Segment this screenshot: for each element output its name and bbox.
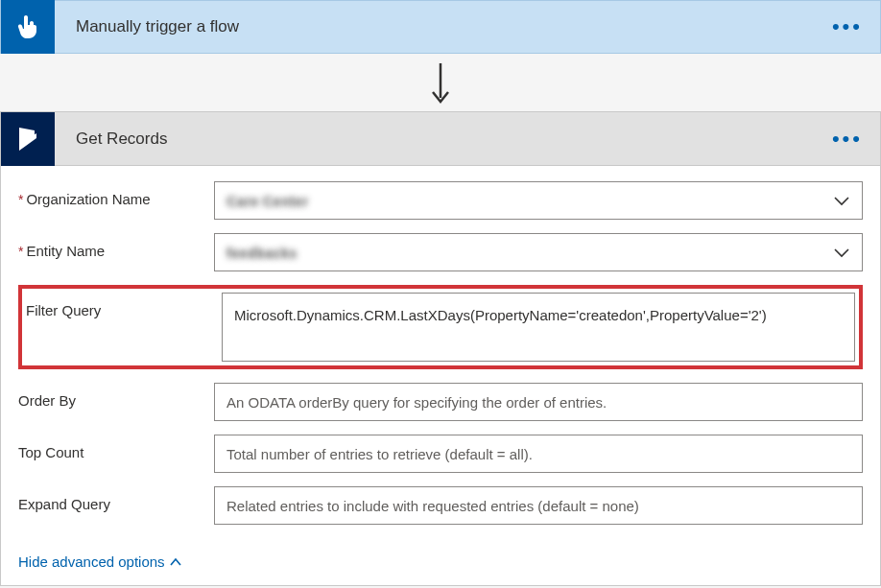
chevron-up-icon xyxy=(169,553,182,570)
action-card: Get Records ••• * Organization Name Care… xyxy=(0,111,881,586)
field-row-top-count: Top Count Total number of entries to ret… xyxy=(18,435,863,473)
action-title: Get Records xyxy=(55,129,167,149)
trigger-card[interactable]: Manually trigger a flow ••• xyxy=(0,0,881,54)
expand-query-placeholder: Related entries to include with requeste… xyxy=(226,498,639,514)
field-row-order-by: Order By An ODATA orderBy query for spec… xyxy=(18,383,863,421)
label-filter-query: Filter Query xyxy=(26,293,222,362)
filter-query-highlight: Filter Query Microsoft.Dynamics.CRM.Last… xyxy=(18,285,863,369)
field-row-entity-name: * Entity Name feedbacks xyxy=(18,233,863,271)
trigger-title: Manually trigger a flow xyxy=(55,17,239,36)
field-row-filter-query: Filter Query Microsoft.Dynamics.CRM.Last… xyxy=(26,293,855,362)
expand-query-input[interactable]: Related entries to include with requeste… xyxy=(214,486,863,525)
action-more-menu[interactable]: ••• xyxy=(832,129,863,150)
action-header[interactable]: Get Records ••• xyxy=(1,112,880,166)
org-name-select[interactable]: Care Center xyxy=(214,181,863,220)
hide-advanced-options-link[interactable]: Hide advanced options xyxy=(18,553,182,570)
chevron-down-icon xyxy=(833,245,850,261)
manual-trigger-icon xyxy=(14,13,41,40)
required-mark: * xyxy=(18,191,23,210)
label-org-name: * Organization Name xyxy=(18,181,214,220)
chevron-down-icon xyxy=(833,193,850,209)
action-body: * Organization Name Care Center * Entity… xyxy=(1,166,880,585)
dynamics-icon xyxy=(13,125,42,153)
trigger-icon-box xyxy=(1,0,55,54)
dynamics-icon-box xyxy=(1,112,55,166)
org-name-value: Care Center xyxy=(226,193,308,209)
order-by-placeholder: An ODATA orderBy query for specifying th… xyxy=(226,394,607,411)
top-count-input[interactable]: Total number of entries to retrieve (def… xyxy=(214,435,863,473)
field-row-org-name: * Organization Name Care Center xyxy=(18,181,863,220)
label-top-count: Top Count xyxy=(18,435,214,473)
order-by-input[interactable]: An ODATA orderBy query for specifying th… xyxy=(214,383,863,421)
field-row-expand-query: Expand Query Related entries to include … xyxy=(18,486,863,525)
filter-query-input[interactable]: Microsoft.Dynamics.CRM.LastXDays(Propert… xyxy=(222,293,855,362)
required-mark: * xyxy=(18,243,23,262)
label-entity-name: * Entity Name xyxy=(18,233,214,271)
entity-name-select[interactable]: feedbacks xyxy=(214,233,863,271)
label-expand-query: Expand Query xyxy=(18,486,214,525)
label-order-by: Order By xyxy=(18,383,214,421)
trigger-more-menu[interactable]: ••• xyxy=(832,16,863,37)
connector-arrow xyxy=(0,54,881,111)
entity-name-value: feedbacks xyxy=(226,245,297,261)
top-count-placeholder: Total number of entries to retrieve (def… xyxy=(226,446,533,462)
filter-query-value: Microsoft.Dynamics.CRM.LastXDays(Propert… xyxy=(234,303,767,328)
